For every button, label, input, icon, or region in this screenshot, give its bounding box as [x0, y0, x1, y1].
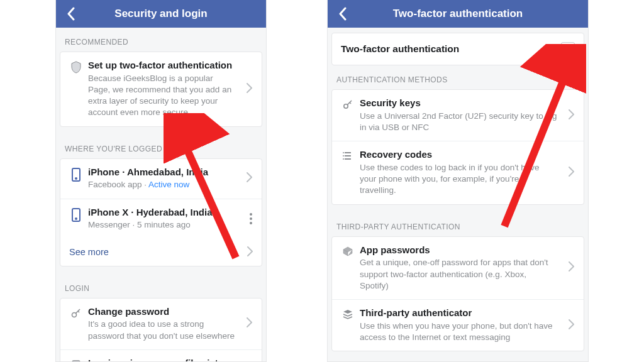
- package-icon: [340, 244, 356, 257]
- shield-icon: [68, 60, 84, 74]
- session-row-0[interactable]: iPhone · Ahmedabad, India Facebook app ·…: [60, 159, 262, 199]
- row-subtitle: Get a unique, one-off password for apps …: [360, 257, 557, 292]
- svg-point-4: [343, 152, 344, 153]
- row-subtitle: Because iGeeksBlog is a popular Page, we…: [88, 73, 235, 119]
- app-passwords-row[interactable]: App passwords Get a unique, one-off pass…: [332, 237, 584, 299]
- section-header-methods: AUTHENTICATION METHODS: [328, 65, 588, 89]
- back-button[interactable]: [333, 0, 353, 28]
- row-title: Recovery codes: [360, 149, 557, 161]
- third-party-auth-row[interactable]: Third-party authenticator Use this when …: [332, 299, 584, 351]
- row-title: Set up two-factor authentication: [88, 60, 235, 72]
- profile-lock-icon: [68, 358, 84, 361]
- row-subtitle: Use a Universal 2nd Factor (U2F) securit…: [360, 111, 557, 133]
- row-subtitle: Use this when you have your phone, but d…: [360, 321, 557, 343]
- row-title: Third-party authenticator: [360, 307, 557, 319]
- session-app: Messenger: [88, 220, 130, 229]
- chevron-right-icon: [569, 261, 577, 274]
- chevron-right-icon: [247, 83, 255, 96]
- device-icon: [68, 167, 84, 182]
- chevron-right-icon: [247, 246, 253, 258]
- section-header-third-party: THIRD-PARTY AUTHENTICATION: [328, 212, 588, 236]
- svg-point-0: [72, 312, 77, 317]
- chevron-right-icon: [569, 319, 577, 332]
- section-header-login: LOGIN: [56, 274, 266, 298]
- chevron-right-icon: [569, 167, 577, 179]
- back-button[interactable]: [61, 0, 81, 28]
- toggle-label: Two-factor authentication: [341, 43, 459, 55]
- session-sub: Facebook app · Active now: [88, 179, 235, 190]
- layers-icon: [340, 307, 356, 320]
- row-title: App passwords: [360, 244, 557, 256]
- chevron-right-icon: [569, 109, 577, 122]
- 2fa-checkbox[interactable]: [561, 42, 575, 56]
- chevron-left-icon: [67, 7, 75, 21]
- navbar-security: Security and login: [56, 0, 266, 28]
- row-setup-2fa[interactable]: Set up two-factor authentication Because…: [60, 52, 262, 126]
- recovery-codes-row[interactable]: Recovery codes Use these codes to log ba…: [332, 141, 584, 204]
- section-header-recommended: RECOMMENDED: [56, 28, 266, 52]
- session-time: 5 minutes ago: [137, 220, 191, 229]
- row-title: Log in using your profile picture: [88, 358, 244, 361]
- svg-point-6: [343, 158, 344, 160]
- session-title: iPhone · Ahmedabad, India: [88, 167, 235, 178]
- security-keys-row[interactable]: Security keys Use a Universal 2nd Factor…: [332, 90, 584, 141]
- row-subtitle: It's a good idea to use a strong passwor…: [88, 319, 235, 341]
- row-title: Change password: [88, 306, 235, 318]
- chevron-right-icon: [247, 317, 255, 330]
- page-title: Two-factor authentication: [393, 8, 523, 20]
- profile-login-row[interactable]: Log in using your profile picture: [60, 349, 262, 361]
- row-subtitle: Use these codes to log back in if you do…: [360, 162, 557, 197]
- session-app: Facebook app: [88, 180, 142, 189]
- check-icon: [563, 44, 573, 54]
- kebab-menu-icon[interactable]: [247, 213, 255, 224]
- key-icon: [68, 306, 84, 319]
- page-title: Security and login: [114, 8, 207, 20]
- device-icon: [68, 207, 84, 222]
- navbar-2fa: Two-factor authentication: [328, 0, 588, 28]
- session-sub: Messenger · 5 minutes ago: [88, 219, 235, 231]
- change-password-row[interactable]: Change password It's a good idea to use …: [60, 299, 262, 349]
- svg-rect-1: [72, 361, 80, 361]
- list-icon: [340, 149, 356, 162]
- svg-point-3: [344, 104, 348, 108]
- row-title: Security keys: [360, 97, 557, 109]
- chevron-right-icon: [247, 172, 255, 185]
- see-more-button[interactable]: See more: [60, 239, 262, 266]
- session-title: iPhone X · Hyderabad, India: [88, 207, 235, 219]
- 2fa-toggle-row[interactable]: Two-factor authentication: [331, 33, 584, 65]
- key-icon: [340, 97, 356, 110]
- svg-point-5: [343, 155, 344, 156]
- section-header-sessions: WHERE YOU'RE LOGGED IN: [56, 134, 266, 158]
- see-more-label: See more: [69, 247, 109, 257]
- session-row-1[interactable]: iPhone X · Hyderabad, India Messenger · …: [60, 199, 262, 239]
- session-status: Active now: [148, 180, 189, 189]
- chevron-left-icon: [338, 7, 347, 21]
